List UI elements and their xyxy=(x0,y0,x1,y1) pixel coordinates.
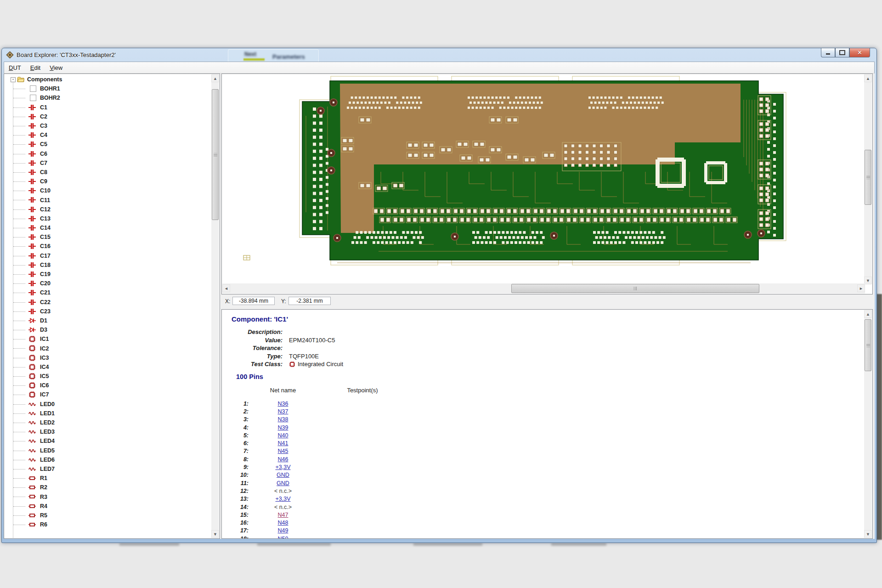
net-link[interactable]: N41 xyxy=(278,440,288,447)
net-link[interactable]: N40 xyxy=(278,432,288,439)
tree-item-d3[interactable]: D3 xyxy=(4,325,212,334)
tree-item-c7[interactable]: C7 xyxy=(4,158,212,168)
background-tab-next: Next xyxy=(243,50,266,61)
tree-item-ic1[interactable]: IC1 xyxy=(4,334,212,344)
tree-item-c14[interactable]: C14 xyxy=(4,223,212,232)
scroll-up-arrow[interactable]: ▲ xyxy=(864,74,872,82)
tree-item-led2[interactable]: LED2 xyxy=(4,418,212,427)
net-link[interactable]: GND xyxy=(277,472,289,478)
scroll-down-arrow[interactable]: ▼ xyxy=(864,277,872,284)
tree-item-led5[interactable]: LED5 xyxy=(4,446,212,455)
tree-item-label: LED2 xyxy=(40,419,55,426)
net-link[interactable]: N36 xyxy=(278,401,288,407)
tree-item-c18[interactable]: C18 xyxy=(4,260,212,270)
tree-item-r5[interactable]: R5 xyxy=(4,511,212,520)
tree-item-c22[interactable]: C22 xyxy=(4,298,212,307)
tree-item-led6[interactable]: LED6 xyxy=(4,455,212,464)
tree-item-c16[interactable]: C16 xyxy=(4,242,212,251)
details-scrollbar-thumb[interactable] xyxy=(865,319,871,371)
tree-item-c19[interactable]: C19 xyxy=(4,270,212,279)
tree-item-r3[interactable]: R3 xyxy=(4,492,212,501)
minimize-button[interactable] xyxy=(821,48,835,57)
tree-item-c13[interactable]: C13 xyxy=(4,214,212,223)
net-link[interactable]: +3,3V xyxy=(275,464,290,470)
close-button[interactable]: ✕ xyxy=(849,48,870,57)
net-link[interactable]: N37 xyxy=(278,408,288,415)
tree-item-c4[interactable]: C4 xyxy=(4,130,212,140)
net-link[interactable]: N47 xyxy=(278,512,288,518)
tree-item-ic3[interactable]: IC3 xyxy=(4,353,212,362)
tree-item-led4[interactable]: LED4 xyxy=(4,436,212,446)
tree-item-c10[interactable]: C10 xyxy=(4,186,212,195)
scroll-down-arrow[interactable]: ▼ xyxy=(211,530,219,538)
checkbox[interactable] xyxy=(30,85,36,92)
capacitor-icon xyxy=(28,243,36,250)
scroll-up-arrow[interactable]: ▲ xyxy=(211,74,219,82)
net-link[interactable]: N49 xyxy=(278,527,288,534)
scroll-up-arrow[interactable]: ▲ xyxy=(864,310,872,318)
tree-item-ic6[interactable]: IC6 xyxy=(4,381,212,390)
scroll-right-arrow[interactable]: ► xyxy=(857,284,865,292)
title-bar[interactable]: Board Explorer: 'CT3xx-Testadapter2' Par… xyxy=(2,48,876,62)
pin-number: 3: xyxy=(222,416,249,423)
tree-scrollbar-thumb[interactable] xyxy=(212,89,219,220)
tree-item-r4[interactable]: R4 xyxy=(4,502,212,511)
board-canvas[interactable] xyxy=(222,74,865,284)
tree-item-r2[interactable]: R2 xyxy=(4,483,212,492)
net-link[interactable]: N45 xyxy=(278,448,288,454)
net-link[interactable]: +3,3V xyxy=(275,496,290,502)
tree-guide-stub xyxy=(13,191,25,191)
tree-item-c8[interactable]: C8 xyxy=(4,168,212,177)
tree-item-bohr1[interactable]: BOHR1 xyxy=(4,84,212,93)
tree-item-c1[interactable]: C1 xyxy=(4,103,212,112)
tree-item-c5[interactable]: C5 xyxy=(4,140,212,149)
tree-item-r6[interactable]: R6 xyxy=(4,520,212,529)
tree-item-c15[interactable]: C15 xyxy=(4,232,212,242)
tree-expander[interactable]: - xyxy=(11,77,16,82)
tree-item-ic7[interactable]: IC7 xyxy=(4,390,212,399)
maximize-button[interactable] xyxy=(835,48,849,57)
board-vscrollbar-thumb[interactable] xyxy=(865,150,871,205)
tree-item-c3[interactable]: C3 xyxy=(4,121,212,130)
tree-guide-stub xyxy=(13,497,25,497)
menu-item-dut[interactable]: DUT xyxy=(4,62,26,73)
tree-item-c9[interactable]: C9 xyxy=(4,177,212,186)
tree-item-c17[interactable]: C17 xyxy=(4,251,212,260)
scroll-left-arrow[interactable]: ◄ xyxy=(222,284,230,292)
net-link[interactable]: N46 xyxy=(278,456,288,463)
net-link[interactable]: N39 xyxy=(278,424,288,431)
tree-item-c23[interactable]: C23 xyxy=(4,307,212,316)
tree-item-led3[interactable]: LED3 xyxy=(4,427,212,436)
scroll-down-arrow[interactable]: ▼ xyxy=(864,530,872,538)
tree-item-led0[interactable]: LED0 xyxy=(4,400,212,409)
tree-item-c20[interactable]: C20 xyxy=(4,279,212,288)
board-hscrollbar-thumb[interactable] xyxy=(511,284,759,293)
tree-item-r1[interactable]: R1 xyxy=(4,474,212,483)
detail-field: Value:EPM240T100-C5 xyxy=(222,336,343,345)
net-link[interactable]: N48 xyxy=(278,520,288,526)
tree-item-ic4[interactable]: IC4 xyxy=(4,362,212,372)
tree-item-c6[interactable]: C6 xyxy=(4,149,212,158)
tree-item-components[interactable]: -Components xyxy=(4,75,212,84)
menu-item-view[interactable]: View xyxy=(45,62,67,73)
tree-guide-stub xyxy=(13,478,25,479)
pin-row: 3:N38 xyxy=(222,416,498,424)
pin-row: 1:N36 xyxy=(222,400,498,407)
net-link[interactable]: N38 xyxy=(278,416,288,423)
tree-item-label: C5 xyxy=(40,141,47,147)
net-link[interactable]: N50 xyxy=(278,536,288,539)
net-link[interactable]: GND xyxy=(277,480,289,486)
checkbox[interactable] xyxy=(30,95,36,101)
tree-item-led7[interactable]: LED7 xyxy=(4,464,212,474)
tree-item-ic2[interactable]: IC2 xyxy=(4,344,212,353)
tree-item-c2[interactable]: C2 xyxy=(4,112,212,121)
capacitor-icon xyxy=(28,122,36,130)
tree-item-bohr2[interactable]: BOHR2 xyxy=(4,93,212,102)
tree-item-c11[interactable]: C11 xyxy=(4,195,212,204)
tree-item-ic5[interactable]: IC5 xyxy=(4,372,212,381)
tree-item-d1[interactable]: D1 xyxy=(4,316,212,325)
menu-item-edit[interactable]: Edit xyxy=(26,62,45,73)
tree-item-led1[interactable]: LED1 xyxy=(4,409,212,418)
tree-item-c12[interactable]: C12 xyxy=(4,205,212,214)
tree-item-c21[interactable]: C21 xyxy=(4,288,212,297)
